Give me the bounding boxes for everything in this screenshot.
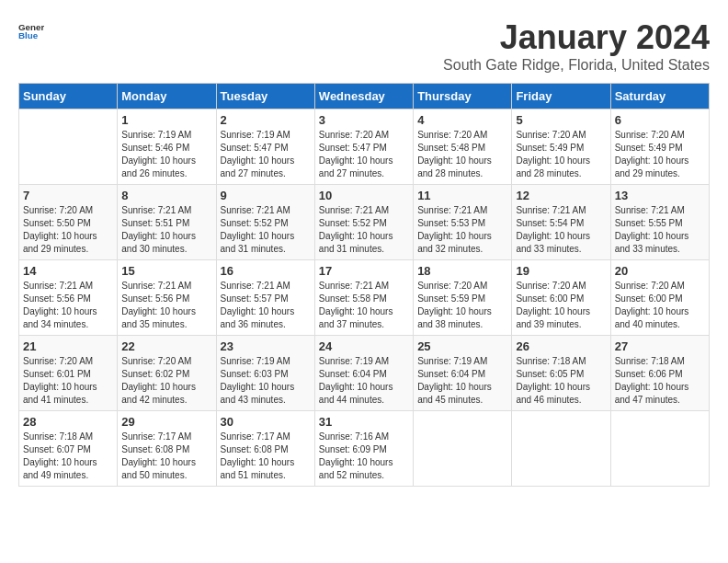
header-monday: Monday <box>118 84 216 109</box>
header-thursday: Thursday <box>414 84 512 109</box>
day-number: 18 <box>417 264 507 278</box>
calendar-cell: 6Sunrise: 7:20 AMSunset: 5:49 PMDaylight… <box>610 109 709 185</box>
header-tuesday: Tuesday <box>216 84 314 109</box>
day-info: Sunrise: 7:17 AMSunset: 6:08 PMDaylight:… <box>221 431 311 482</box>
day-number: 28 <box>23 415 113 429</box>
day-info: Sunrise: 7:21 AMSunset: 5:55 PMDaylight:… <box>615 204 705 256</box>
day-number: 2 <box>221 113 311 127</box>
day-info: Sunrise: 7:19 AMSunset: 6:03 PMDaylight:… <box>221 355 311 407</box>
calendar-cell: 3Sunrise: 7:20 AMSunset: 5:47 PMDaylight… <box>314 109 413 185</box>
calendar-cell: 5Sunrise: 7:20 AMSunset: 5:49 PMDaylight… <box>512 109 610 185</box>
calendar-cell: 4Sunrise: 7:20 AMSunset: 5:48 PMDaylight… <box>414 109 512 185</box>
calendar-cell: 26Sunrise: 7:18 AMSunset: 6:05 PMDayligh… <box>512 336 610 411</box>
day-number: 7 <box>23 189 113 202</box>
calendar-cell: 27Sunrise: 7:18 AMSunset: 6:06 PMDayligh… <box>610 336 709 411</box>
day-info: Sunrise: 7:21 AMSunset: 5:53 PMDaylight:… <box>417 204 507 256</box>
day-number: 16 <box>221 264 311 278</box>
day-number: 21 <box>23 339 113 353</box>
calendar-cell: 12Sunrise: 7:21 AMSunset: 5:54 PMDayligh… <box>512 185 610 260</box>
day-info: Sunrise: 7:19 AMSunset: 6:04 PMDaylight:… <box>417 355 507 407</box>
day-number: 6 <box>615 113 705 127</box>
day-info: Sunrise: 7:18 AMSunset: 6:05 PMDaylight:… <box>516 355 606 407</box>
calendar-cell: 22Sunrise: 7:20 AMSunset: 6:02 PMDayligh… <box>118 336 216 411</box>
day-number: 11 <box>417 189 507 202</box>
day-info: Sunrise: 7:21 AMSunset: 5:56 PMDaylight:… <box>121 280 211 331</box>
day-number: 26 <box>516 339 606 353</box>
calendar-cell: 23Sunrise: 7:19 AMSunset: 6:03 PMDayligh… <box>216 336 314 411</box>
calendar-cell: 15Sunrise: 7:21 AMSunset: 5:56 PMDayligh… <box>118 260 216 336</box>
main-title: January 2024 <box>443 18 710 57</box>
day-number: 17 <box>319 264 409 278</box>
calendar-cell: 21Sunrise: 7:20 AMSunset: 6:01 PMDayligh… <box>19 336 118 411</box>
calendar-cell: 18Sunrise: 7:20 AMSunset: 5:59 PMDayligh… <box>414 260 512 336</box>
header-sunday: Sunday <box>19 84 118 109</box>
day-info: Sunrise: 7:20 AMSunset: 5:49 PMDaylight:… <box>516 129 606 180</box>
day-info: Sunrise: 7:20 AMSunset: 5:50 PMDaylight:… <box>23 204 113 256</box>
calendar-cell <box>512 411 610 487</box>
calendar-week-1: 1Sunrise: 7:19 AMSunset: 5:46 PMDaylight… <box>19 109 710 185</box>
day-number: 8 <box>121 189 211 202</box>
day-info: Sunrise: 7:21 AMSunset: 5:56 PMDaylight:… <box>23 280 113 331</box>
day-info: Sunrise: 7:21 AMSunset: 5:58 PMDaylight:… <box>319 280 409 331</box>
day-number: 20 <box>615 264 705 278</box>
calendar-cell: 14Sunrise: 7:21 AMSunset: 5:56 PMDayligh… <box>19 260 118 336</box>
day-info: Sunrise: 7:20 AMSunset: 6:00 PMDaylight:… <box>516 280 606 331</box>
calendar-cell: 19Sunrise: 7:20 AMSunset: 6:00 PMDayligh… <box>512 260 610 336</box>
day-number: 19 <box>516 264 606 278</box>
calendar-cell: 7Sunrise: 7:20 AMSunset: 5:50 PMDaylight… <box>19 185 118 260</box>
calendar-header-row: SundayMondayTuesdayWednesdayThursdayFrid… <box>19 84 710 109</box>
day-number: 1 <box>121 113 211 127</box>
day-number: 22 <box>121 339 211 353</box>
day-info: Sunrise: 7:20 AMSunset: 5:59 PMDaylight:… <box>417 280 507 331</box>
logo-icon: General Blue <box>18 18 44 44</box>
day-info: Sunrise: 7:20 AMSunset: 5:49 PMDaylight:… <box>615 129 705 180</box>
day-number: 29 <box>121 415 211 429</box>
day-info: Sunrise: 7:19 AMSunset: 5:47 PMDaylight:… <box>221 129 311 180</box>
day-info: Sunrise: 7:18 AMSunset: 6:06 PMDaylight:… <box>615 355 705 407</box>
day-number: 5 <box>516 113 606 127</box>
day-info: Sunrise: 7:21 AMSunset: 5:52 PMDaylight:… <box>221 204 311 256</box>
calendar-cell: 16Sunrise: 7:21 AMSunset: 5:57 PMDayligh… <box>216 260 314 336</box>
day-number: 31 <box>319 415 409 429</box>
calendar-cell: 1Sunrise: 7:19 AMSunset: 5:46 PMDaylight… <box>118 109 216 185</box>
day-number: 23 <box>221 339 311 353</box>
day-info: Sunrise: 7:21 AMSunset: 5:51 PMDaylight:… <box>121 204 211 256</box>
header: General Blue January 2024 South Gate Rid… <box>18 18 710 74</box>
day-number: 4 <box>417 113 507 127</box>
calendar-week-5: 28Sunrise: 7:18 AMSunset: 6:07 PMDayligh… <box>19 411 710 487</box>
calendar-cell: 9Sunrise: 7:21 AMSunset: 5:52 PMDaylight… <box>216 185 314 260</box>
calendar-cell: 11Sunrise: 7:21 AMSunset: 5:53 PMDayligh… <box>414 185 512 260</box>
calendar-week-4: 21Sunrise: 7:20 AMSunset: 6:01 PMDayligh… <box>19 336 710 411</box>
calendar-cell <box>414 411 512 487</box>
day-info: Sunrise: 7:20 AMSunset: 5:48 PMDaylight:… <box>417 129 507 180</box>
day-info: Sunrise: 7:21 AMSunset: 5:57 PMDaylight:… <box>221 280 311 331</box>
header-saturday: Saturday <box>610 84 709 109</box>
day-number: 30 <box>221 415 311 429</box>
day-number: 25 <box>417 339 507 353</box>
logo: General Blue <box>18 18 44 44</box>
calendar-cell: 28Sunrise: 7:18 AMSunset: 6:07 PMDayligh… <box>19 411 118 487</box>
day-info: Sunrise: 7:19 AMSunset: 6:04 PMDaylight:… <box>319 355 409 407</box>
day-info: Sunrise: 7:20 AMSunset: 6:00 PMDaylight:… <box>615 280 705 331</box>
day-info: Sunrise: 7:20 AMSunset: 6:02 PMDaylight:… <box>121 355 211 407</box>
calendar-week-3: 14Sunrise: 7:21 AMSunset: 5:56 PMDayligh… <box>19 260 710 336</box>
day-info: Sunrise: 7:20 AMSunset: 6:01 PMDaylight:… <box>23 355 113 407</box>
calendar-cell: 25Sunrise: 7:19 AMSunset: 6:04 PMDayligh… <box>414 336 512 411</box>
svg-text:Blue: Blue <box>18 30 39 40</box>
subtitle: South Gate Ridge, Florida, United States <box>443 57 710 74</box>
calendar-cell: 17Sunrise: 7:21 AMSunset: 5:58 PMDayligh… <box>314 260 413 336</box>
day-info: Sunrise: 7:17 AMSunset: 6:08 PMDaylight:… <box>121 431 211 482</box>
day-number: 14 <box>23 264 113 278</box>
day-number: 10 <box>319 189 409 202</box>
day-number: 3 <box>319 113 409 127</box>
calendar-cell: 8Sunrise: 7:21 AMSunset: 5:51 PMDaylight… <box>118 185 216 260</box>
day-number: 13 <box>615 189 705 202</box>
calendar-cell: 2Sunrise: 7:19 AMSunset: 5:47 PMDaylight… <box>216 109 314 185</box>
day-number: 27 <box>615 339 705 353</box>
calendar-cell: 24Sunrise: 7:19 AMSunset: 6:04 PMDayligh… <box>314 336 413 411</box>
calendar-week-2: 7Sunrise: 7:20 AMSunset: 5:50 PMDaylight… <box>19 185 710 260</box>
day-info: Sunrise: 7:19 AMSunset: 5:46 PMDaylight:… <box>121 129 211 180</box>
header-wednesday: Wednesday <box>314 84 413 109</box>
calendar-cell: 30Sunrise: 7:17 AMSunset: 6:08 PMDayligh… <box>216 411 314 487</box>
day-info: Sunrise: 7:16 AMSunset: 6:09 PMDaylight:… <box>319 431 409 482</box>
